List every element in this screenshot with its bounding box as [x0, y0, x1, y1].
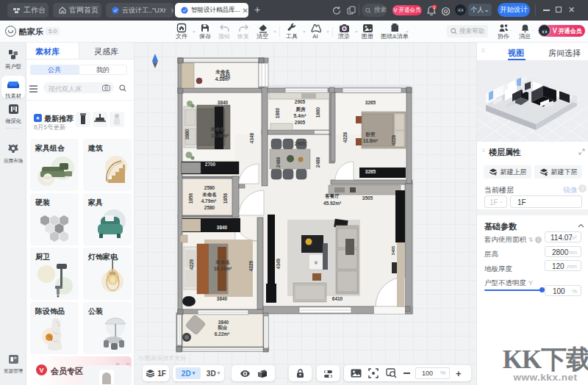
- svg-text:阳台: 阳台: [218, 325, 228, 331]
- svg-text:4228: 4228: [343, 132, 348, 143]
- svg-text:未命名: 未命名: [201, 192, 217, 198]
- svg-text:2488: 2488: [276, 156, 281, 168]
- svg-text:3840: 3840: [217, 225, 228, 230]
- svg-text:3840: 3840: [220, 73, 231, 79]
- svg-text:2580: 2580: [204, 185, 215, 190]
- svg-text:3840: 3840: [218, 320, 229, 325]
- svg-text:3880: 3880: [184, 129, 190, 140]
- svg-text:❦: ❦: [314, 260, 318, 265]
- svg-text:2580: 2580: [204, 205, 215, 210]
- svg-text:1856: 1856: [188, 192, 193, 204]
- svg-text:13.8m²: 13.8m²: [363, 138, 379, 143]
- svg-text:2905: 2905: [295, 99, 306, 104]
- svg-text:1860: 1860: [275, 107, 280, 118]
- svg-text:3840: 3840: [217, 296, 228, 301]
- svg-text:6410: 6410: [332, 296, 343, 301]
- svg-text:2905: 2905: [295, 141, 306, 146]
- svg-text:2700: 2700: [205, 162, 216, 167]
- svg-text:2905: 2905: [295, 120, 306, 125]
- svg-text:45.92m²: 45.92m²: [323, 201, 342, 206]
- svg-text:4229: 4229: [189, 259, 194, 270]
- svg-text:1: 1: [434, 5, 436, 10]
- svg-text:未命名: 未命名: [209, 126, 225, 132]
- svg-text:4228: 4228: [391, 134, 396, 145]
- svg-text:4348: 4348: [249, 132, 254, 143]
- svg-text:16.24m²: 16.24m²: [214, 266, 232, 271]
- svg-text:6.22m²: 6.22m²: [215, 331, 230, 337]
- svg-text:3265: 3265: [365, 100, 376, 105]
- svg-text:卧室: 卧室: [366, 132, 376, 137]
- svg-text:15.48m²: 15.48m²: [211, 133, 229, 138]
- svg-text:4229: 4229: [248, 260, 254, 271]
- svg-text:4349: 4349: [276, 258, 281, 269]
- svg-text:3265: 3265: [365, 169, 376, 174]
- svg-text:客餐厅: 客餐厅: [324, 193, 340, 199]
- svg-text:4.79m²: 4.79m²: [201, 198, 217, 204]
- svg-text:未命名: 未命名: [215, 259, 230, 265]
- svg-text:5.4m²: 5.4m²: [294, 113, 307, 118]
- svg-text:2488: 2488: [315, 156, 320, 168]
- svg-text:3840: 3840: [218, 100, 229, 105]
- svg-text:厨房: 厨房: [295, 107, 306, 112]
- svg-text:3405: 3405: [391, 246, 395, 255]
- svg-text:3505: 3505: [362, 195, 373, 201]
- svg-text:1856: 1856: [223, 192, 228, 204]
- svg-text:1860: 1860: [315, 107, 320, 118]
